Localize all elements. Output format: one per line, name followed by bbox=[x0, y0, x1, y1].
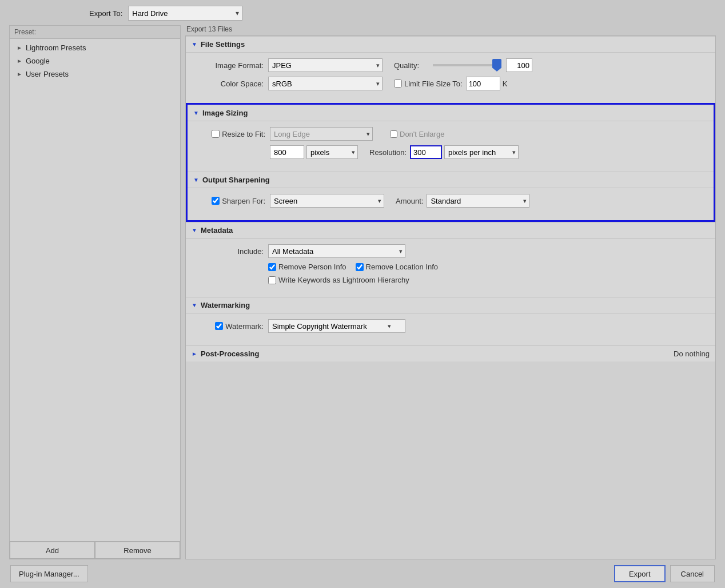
watermark-checkbox-label[interactable]: Watermark: bbox=[195, 322, 264, 331]
watermark-select[interactable]: Simple Copyright Watermark None Edit Wat… bbox=[268, 319, 405, 333]
add-button[interactable]: Add bbox=[10, 542, 95, 559]
post-processing-value: Do nothing bbox=[674, 349, 710, 358]
watermark-label: Watermark: bbox=[225, 322, 264, 331]
resolution-label: Resolution: bbox=[369, 148, 407, 157]
sidebar-item-user-presets[interactable]: ► User Presets bbox=[10, 67, 180, 81]
right-panel: Export 13 Files ▼ File Settings Image Fo… bbox=[185, 25, 716, 559]
watermark-select-wrap[interactable]: Simple Copyright Watermark None Edit Wat… bbox=[268, 319, 394, 333]
remove-button[interactable]: Remove bbox=[95, 542, 180, 559]
image-format-row: Image Format: JPEG PNG TIFF DNG PSD Orig… bbox=[195, 58, 706, 72]
color-space-select-wrap[interactable]: sRGB AdobeRGB ProPhoto RGB bbox=[268, 77, 383, 90]
export-to-label: Export To: bbox=[89, 9, 122, 18]
collapse-icon: ▼ bbox=[192, 41, 197, 47]
image-sizing-section: ▼ Image Sizing Resize to Fit: Long Edge bbox=[186, 103, 715, 222]
image-format-select-wrap[interactable]: JPEG PNG TIFF DNG PSD Original bbox=[268, 58, 383, 72]
fit-option-select-wrap[interactable]: Long Edge Short Edge Width & Height Dime… bbox=[270, 127, 373, 141]
sharpen-row: Sharpen For: Screen Matte Paper Glossy P… bbox=[197, 194, 704, 208]
amount-select[interactable]: Low Standard High bbox=[427, 194, 529, 208]
remove-info-row: Remove Person Info Remove Location Info bbox=[195, 263, 706, 271]
watermarking-header[interactable]: ▼ Watermarking bbox=[186, 297, 715, 313]
write-keywords-checkbox[interactable] bbox=[268, 276, 276, 284]
limit-file-size-checkbox[interactable] bbox=[394, 80, 402, 88]
amount-label: Amount: bbox=[396, 197, 423, 205]
post-processing-title: Post-Processing bbox=[201, 349, 260, 358]
collapse-icon: ▼ bbox=[193, 177, 199, 183]
output-sharpening-section: ▼ Output Sharpening Sharpen For: bbox=[188, 172, 714, 220]
output-sharpening-body: Sharpen For: Screen Matte Paper Glossy P… bbox=[188, 188, 714, 220]
cancel-button[interactable]: Cancel bbox=[670, 565, 715, 582]
sidebar-item-label: User Presets bbox=[26, 70, 69, 78]
resize-checkbox-label[interactable]: Resize to Fit: bbox=[197, 130, 265, 138]
chevron-right-icon: ► bbox=[17, 45, 22, 51]
output-sharpening-header[interactable]: ▼ Output Sharpening bbox=[188, 172, 714, 188]
sidebar-item-google[interactable]: ► Google bbox=[10, 54, 180, 67]
sidebar-actions: Add Remove bbox=[10, 541, 180, 559]
dimension-row: pixels inches cm Resolution: pixels per … bbox=[197, 145, 704, 159]
resolution-value-input[interactable] bbox=[410, 145, 442, 159]
sharpen-checkbox[interactable] bbox=[212, 197, 220, 205]
collapse-icon: ▼ bbox=[193, 110, 199, 116]
bottom-bar: Plug-in Manager... Export Cancel bbox=[9, 565, 716, 582]
resolution-unit-select[interactable]: pixels per inch pixels per cm bbox=[444, 145, 519, 159]
remove-person-info-label[interactable]: Remove Person Info bbox=[268, 263, 346, 271]
remove-location-info-text: Remove Location Info bbox=[366, 263, 438, 271]
dimension-value-input[interactable] bbox=[270, 145, 304, 159]
include-label: Include: bbox=[195, 247, 264, 256]
limit-file-size-checkbox-label[interactable]: Limit File Size To: bbox=[394, 80, 463, 88]
plugin-manager-button[interactable]: Plug-in Manager... bbox=[10, 565, 88, 582]
file-settings-header[interactable]: ▼ File Settings bbox=[186, 36, 715, 53]
sharpen-select[interactable]: Screen Matte Paper Glossy Paper bbox=[270, 194, 384, 208]
file-settings-title: File Settings bbox=[201, 40, 245, 49]
resize-checkbox[interactable] bbox=[212, 130, 220, 138]
export-to-select[interactable]: Hard Drive Email CD/DVD bbox=[128, 6, 242, 21]
image-format-select[interactable]: JPEG PNG TIFF DNG PSD Original bbox=[268, 58, 383, 72]
amount-select-wrap[interactable]: Low Standard High bbox=[427, 194, 529, 208]
include-row: Include: All Metadata Copyright Only Cop… bbox=[195, 244, 706, 258]
image-sizing-header[interactable]: ▼ Image Sizing bbox=[188, 105, 714, 121]
quality-value-input[interactable] bbox=[506, 58, 532, 72]
dont-enlarge-label: Don't Enlarge bbox=[400, 130, 444, 138]
quality-label: Quality: bbox=[394, 61, 428, 70]
include-select[interactable]: All Metadata Copyright Only Copyright & … bbox=[268, 244, 405, 258]
image-sizing-title: Image Sizing bbox=[202, 109, 248, 117]
image-format-label: Image Format: bbox=[195, 61, 264, 70]
color-space-select[interactable]: sRGB AdobeRGB ProPhoto RGB bbox=[268, 77, 383, 90]
chevron-right-icon: ► bbox=[17, 71, 22, 77]
post-processing-left: ► Post-Processing bbox=[192, 349, 260, 358]
include-select-wrap[interactable]: All Metadata Copyright Only Copyright & … bbox=[268, 244, 405, 258]
panel-scroll[interactable]: ▼ File Settings Image Format: JPEG PNG T… bbox=[185, 35, 716, 559]
sharpen-select-wrap[interactable]: Screen Matte Paper Glossy Paper bbox=[270, 194, 384, 208]
watermarking-title: Watermarking bbox=[201, 301, 250, 309]
export-count: Export 13 Files bbox=[185, 25, 716, 33]
post-processing-section: ► Post-Processing Do nothing bbox=[186, 345, 715, 361]
remove-location-info-label[interactable]: Remove Location Info bbox=[356, 263, 438, 271]
write-keywords-label[interactable]: Write Keywords as Lightroom Hierarchy bbox=[268, 276, 409, 284]
export-to-select-wrapper[interactable]: Hard Drive Email CD/DVD bbox=[128, 6, 242, 21]
watermarking-section: ▼ Watermarking Watermark: Simple Copyrig bbox=[186, 297, 715, 345]
chevron-right-icon: ► bbox=[17, 58, 22, 64]
watermark-row: Watermark: Simple Copyright Watermark No… bbox=[195, 319, 706, 333]
fit-option-select[interactable]: Long Edge Short Edge Width & Height Dime… bbox=[270, 127, 373, 141]
chevron-right-icon: ► bbox=[192, 351, 197, 357]
limit-file-size-input[interactable] bbox=[466, 77, 500, 90]
sidebar-item-lightroom-presets[interactable]: ► Lightroom Presets bbox=[10, 41, 180, 54]
remove-location-info-checkbox[interactable] bbox=[356, 263, 364, 271]
watermark-checkbox[interactable] bbox=[215, 322, 223, 330]
collapse-icon: ▼ bbox=[192, 302, 197, 308]
dont-enlarge-checkbox[interactable] bbox=[390, 130, 397, 138]
resize-row: Resize to Fit: Long Edge Short Edge Widt… bbox=[197, 127, 704, 141]
sharpen-checkbox-label[interactable]: Sharpen For: bbox=[197, 197, 265, 205]
action-buttons: Export Cancel bbox=[614, 565, 715, 582]
quality-slider[interactable] bbox=[433, 64, 501, 66]
watermarking-body: Watermark: Simple Copyright Watermark No… bbox=[186, 313, 715, 345]
image-sizing-body: Resize to Fit: Long Edge Short Edge Widt… bbox=[188, 121, 714, 172]
export-button[interactable]: Export bbox=[614, 565, 666, 582]
remove-person-info-checkbox[interactable] bbox=[268, 263, 276, 271]
resolution-unit-select-wrap[interactable]: pixels per inch pixels per cm bbox=[444, 145, 519, 159]
dimension-unit-select-wrap[interactable]: pixels inches cm bbox=[306, 145, 358, 159]
metadata-header[interactable]: ▼ Metadata bbox=[186, 222, 715, 239]
post-processing-header[interactable]: ► Post-Processing Do nothing bbox=[186, 345, 715, 361]
file-size-unit: K bbox=[503, 80, 508, 88]
output-sharpening-title: Output Sharpening bbox=[202, 176, 270, 184]
dimension-unit-select[interactable]: pixels inches cm bbox=[306, 145, 358, 159]
